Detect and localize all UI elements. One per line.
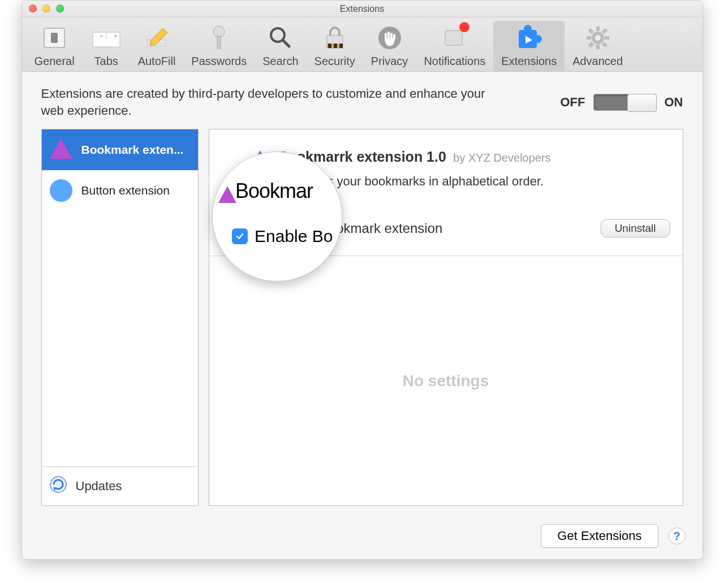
svg-point-21	[524, 25, 532, 33]
toggle-on-label: ON	[665, 95, 683, 110]
tab-label: Advanced	[572, 55, 623, 68]
notifications-icon	[439, 23, 471, 53]
window-title: Extensions	[340, 4, 384, 14]
window-close-button[interactable]	[29, 5, 37, 12]
tab-privacy[interactable]: Privacy	[363, 21, 416, 71]
sidebar-item-bookmark-extension[interactable]: Bookmark exten...	[42, 129, 198, 170]
svg-line-29	[589, 29, 593, 33]
magnified-title: Bookmar	[235, 179, 313, 203]
svg-rect-14	[328, 44, 331, 48]
sidebar-item-label: Button extension	[81, 184, 170, 197]
get-extensions-button[interactable]: Get Extensions	[541, 524, 658, 548]
triangle-icon	[218, 186, 236, 203]
tab-label: Tabs	[94, 55, 118, 68]
tab-passwords[interactable]: Passwords	[183, 21, 255, 71]
svg-point-20	[534, 35, 542, 43]
magnifier-overlay: Bookmar Enable Bo	[212, 152, 342, 282]
toggle-off-label: OFF	[561, 95, 585, 110]
puzzle-icon	[513, 23, 545, 53]
svg-point-8	[213, 26, 225, 37]
svg-text:+: +	[114, 32, 118, 40]
tab-label: Search	[262, 55, 298, 68]
svg-text:×: ×	[100, 33, 103, 40]
uninstall-button[interactable]: Uninstall	[601, 219, 670, 237]
tab-autofill[interactable]: AutoFill	[130, 21, 184, 71]
svg-rect-15	[334, 44, 337, 48]
magnified-enable-label: Enable Bo	[255, 227, 333, 246]
tab-notifications[interactable]: Notifications	[416, 21, 493, 71]
tab-search[interactable]: Search	[255, 21, 306, 71]
extensions-description: Extensions are created by third-party de…	[41, 85, 505, 119]
updates-label: Updates	[76, 479, 122, 494]
tabs-icon: ×+	[90, 23, 122, 53]
general-icon	[38, 23, 70, 53]
tab-label: Extensions	[501, 55, 557, 68]
triangle-icon	[50, 139, 72, 161]
svg-line-32	[603, 29, 606, 33]
help-button[interactable]: ?	[669, 528, 686, 544]
tab-tabs[interactable]: ×+ Tabs	[83, 21, 130, 71]
tab-label: Privacy	[371, 55, 408, 68]
window-zoom-button[interactable]	[56, 5, 64, 12]
tab-label: Passwords	[191, 55, 247, 68]
sidebar-item-button-extension[interactable]: Button extension	[42, 170, 198, 211]
svg-line-31	[589, 43, 593, 46]
search-icon	[265, 23, 296, 53]
hand-icon	[374, 23, 406, 53]
tab-security[interactable]: Security	[307, 21, 363, 71]
svg-rect-1	[51, 33, 58, 43]
pencil-icon	[141, 23, 173, 53]
tab-extensions[interactable]: Extensions	[493, 21, 564, 71]
sidebar-updates[interactable]: Updates	[42, 466, 198, 505]
svg-point-24	[595, 35, 601, 41]
preferences-toolbar: General ×+ Tabs AutoFill Passwords Searc…	[22, 18, 703, 72]
circle-icon	[50, 179, 72, 202]
gear-icon	[582, 23, 614, 53]
toggle-knob	[627, 94, 657, 112]
window-minimize-button[interactable]	[42, 5, 50, 12]
lock-icon	[319, 23, 351, 53]
svg-rect-16	[339, 44, 343, 48]
svg-line-30	[603, 43, 606, 46]
window-titlebar: Extensions	[22, 1, 703, 18]
svg-point-33	[50, 477, 66, 492]
no-settings-message: No settings	[209, 256, 683, 505]
tab-label: AutoFill	[138, 55, 176, 68]
extensions-master-toggle[interactable]	[593, 94, 657, 111]
extension-author: by XYZ Developers	[453, 152, 550, 164]
svg-marker-7	[150, 28, 167, 45]
badge-dot-icon	[459, 22, 469, 32]
tab-label: Security	[314, 55, 355, 68]
tab-advanced[interactable]: Advanced	[564, 21, 631, 71]
svg-rect-18	[445, 31, 462, 45]
svg-line-11	[283, 40, 289, 46]
tab-general[interactable]: General	[27, 21, 83, 71]
extensions-sidebar: Bookmark exten... Button extension Updat…	[41, 129, 199, 506]
sidebar-item-label: Bookmark exten...	[81, 143, 184, 157]
tab-label: Notifications	[424, 55, 485, 68]
key-icon	[203, 23, 235, 53]
magnified-checkbox-icon	[232, 228, 248, 244]
updates-icon	[49, 475, 68, 498]
tab-label: General	[35, 55, 75, 68]
svg-rect-9	[217, 36, 221, 49]
